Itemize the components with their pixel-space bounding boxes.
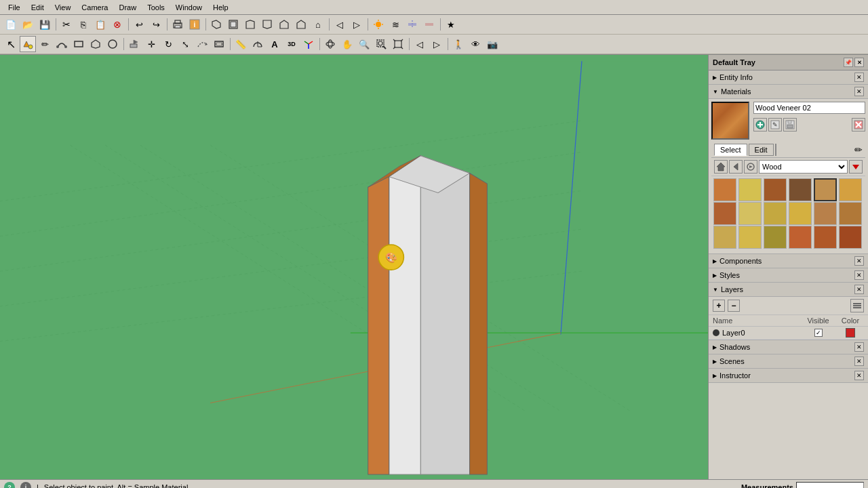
layer-visible-checkbox-0[interactable]: ✓ [814,329,823,337]
tool-lookaround[interactable]: 👁 [467,36,484,52]
tool-zoom-extents[interactable] [390,36,406,52]
menu-tools[interactable]: Tools [142,2,170,13]
styles-close-btn[interactable]: ✕ [854,270,864,280]
shadows-header[interactable]: ▶ Shadows ✕ [709,340,868,354]
tool-shadows[interactable] [370,16,387,33]
swatch-1[interactable] [738,178,762,201]
menu-edit[interactable]: Edit [26,2,50,13]
entity-info-close-btn[interactable]: ✕ [854,73,864,82]
scenes-close-btn[interactable]: ✕ [854,357,864,366]
tool-left[interactable] [276,16,292,33]
swatch-3[interactable] [789,178,812,201]
tool-back[interactable] [259,16,275,33]
tool-paste[interactable]: 📋 [92,16,108,33]
tool-polygon[interactable] [87,36,104,52]
tab-select[interactable]: Select [714,144,747,156]
tool-next-scene[interactable]: ▷ [349,16,365,33]
tool-zoom[interactable]: 🔍 [356,36,372,52]
menu-help[interactable]: Help [208,2,234,13]
instructor-header[interactable]: ▶ Instructor ✕ [709,369,868,383]
instructor-close-btn[interactable]: ✕ [854,371,864,380]
tool-fog[interactable]: ≋ [387,16,403,33]
tool-undo[interactable]: ↩ [131,16,147,33]
layer-add-btn[interactable]: + [713,300,725,312]
tool-scale[interactable]: ⤡ [177,36,193,52]
tool-move[interactable]: ✛ [143,36,159,52]
swatch-12[interactable] [713,226,736,249]
tool-print[interactable] [170,16,186,33]
tool-right[interactable] [293,16,309,33]
mat-edit-btn[interactable]: ✎ [768,118,782,131]
tool-3dtext[interactable]: 3D [283,36,300,52]
swatch-15[interactable] [789,226,812,249]
tool-position-camera[interactable]: 📷 [484,36,500,52]
mat-inmodel-btn[interactable] [744,160,757,174]
tool-front[interactable] [242,16,258,33]
tool-cut[interactable]: ✂ [58,16,75,33]
tool-text[interactable]: A [267,36,283,52]
status-info-icon[interactable]: ? [4,482,15,489]
tab-edit[interactable]: Edit [749,144,774,156]
tool-iso[interactable] [208,16,224,33]
tool-style[interactable]: ★ [443,16,459,33]
tool-offset[interactable] [211,36,227,52]
tool-axes[interactable] [300,36,317,52]
mat-delete-btn[interactable] [852,118,865,131]
swatch-10[interactable] [814,202,837,225]
tool-save[interactable]: 💾 [37,16,53,33]
tool-followme[interactable] [194,36,210,52]
status-help-icon[interactable]: i [20,482,31,489]
tool-next-view[interactable]: ▷ [429,36,445,52]
swatch-2[interactable] [764,178,787,201]
tool-orbit[interactable] [322,36,338,52]
tool-rectangle[interactable] [71,36,87,52]
tool-copy[interactable]: ⎘ [75,16,92,33]
tool-model-info[interactable]: i [186,16,203,33]
swatch-17[interactable] [839,226,862,249]
tool-erase[interactable]: ⊗ [109,16,125,33]
swatch-6[interactable] [713,202,736,225]
tool-section2[interactable] [421,16,437,33]
tool-section[interactable] [404,16,420,33]
swatch-5[interactable] [839,178,862,201]
menu-camera[interactable]: Camera [76,2,113,13]
menu-view[interactable]: View [50,2,77,13]
tool-pan[interactable]: ✋ [339,36,355,52]
layers-details-btn[interactable] [850,299,864,312]
tool-walkaround[interactable]: 🚶 [450,36,467,52]
swatch-4[interactable] [814,178,837,201]
edit-pencil-icon[interactable]: ✏ [854,144,863,155]
menu-draw[interactable]: Draw [113,2,142,13]
tool-circle[interactable] [104,36,121,52]
layer-active-dot[interactable] [713,329,719,336]
layer-color-box-0[interactable] [846,328,855,338]
materials-close-btn[interactable]: ✕ [854,87,864,96]
mat-browse-arrow-btn[interactable] [849,160,863,174]
tool-arc[interactable] [54,36,70,52]
tool-rotate[interactable]: ↻ [160,36,176,52]
swatch-14[interactable] [764,226,787,249]
measurements-input[interactable] [796,482,864,489]
layers-header[interactable]: ▼ Layers ✕ [709,283,868,297]
components-close-btn[interactable]: ✕ [854,256,864,266]
tool-redo[interactable]: ↪ [148,16,164,33]
tray-pin-btn[interactable]: 📌 [844,58,853,67]
tool-new[interactable]: 📄 [3,16,19,33]
tool-zoom-window[interactable] [373,36,389,52]
styles-header[interactable]: ▶ Styles ✕ [709,268,868,283]
swatch-8[interactable] [764,202,787,225]
swatch-9[interactable] [789,202,812,225]
swatch-13[interactable] [738,226,762,249]
tray-close-btn[interactable]: ✕ [854,58,864,67]
menu-window[interactable]: Window [170,2,208,13]
tool-pushpull[interactable] [126,36,142,52]
layers-close-btn[interactable]: ✕ [854,285,864,294]
swatch-11[interactable] [839,202,862,225]
tool-open[interactable]: 📂 [20,16,36,33]
material-name-input[interactable] [753,102,865,114]
mat-home-btn[interactable] [714,160,728,174]
swatch-0[interactable] [713,178,736,201]
tool-select[interactable]: ↖ [3,36,19,52]
mat-save-btn[interactable] [783,118,797,131]
tool-previous-view[interactable]: ◁ [412,36,428,52]
